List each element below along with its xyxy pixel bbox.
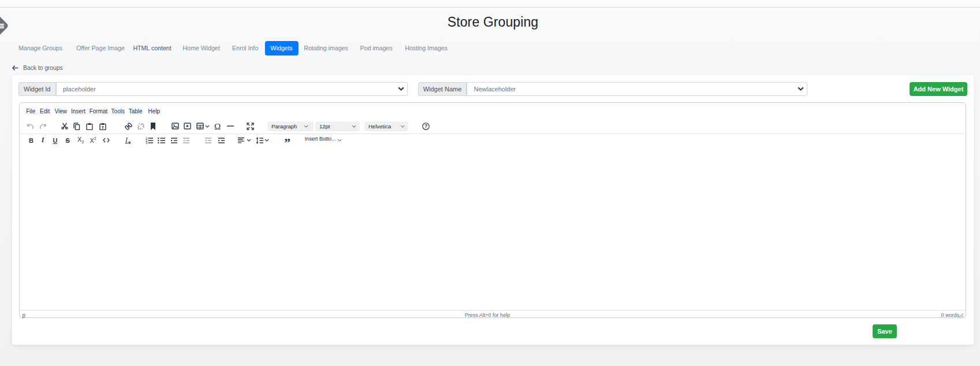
svg-text:3: 3 bbox=[146, 141, 148, 144]
svg-text:Ω: Ω bbox=[214, 122, 220, 130]
svg-text:?: ? bbox=[424, 123, 427, 129]
svg-text:I: I bbox=[125, 136, 128, 144]
